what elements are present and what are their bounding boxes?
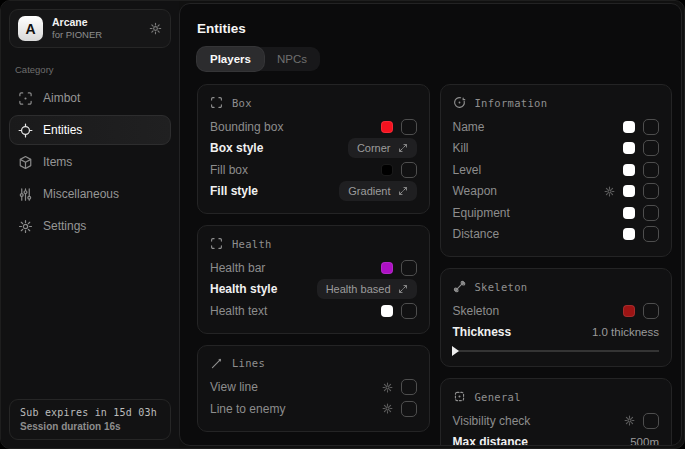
setting-row-level: Level (453, 159, 660, 181)
thickness-value: 1.0 thickness (592, 326, 659, 338)
category-label: Category (15, 64, 165, 75)
lines-card: Lines View line (197, 345, 430, 432)
setting-row-kill: Kill (453, 138, 660, 160)
setting-row-visibility-check: Visibility check (453, 410, 660, 432)
session-duration-text: Session duration 16s (20, 421, 160, 432)
thickness-slider[interactable] (453, 350, 660, 352)
sidebar-item-label: Entities (43, 123, 82, 137)
fill-style-dropdown[interactable]: Gradient (339, 181, 416, 201)
checkbox[interactable] (643, 205, 659, 221)
card-title: Information (475, 97, 548, 109)
setting-label: Weapon (453, 184, 605, 198)
tab-players[interactable]: Players (197, 47, 264, 71)
checkbox[interactable] (643, 119, 659, 135)
setting-label: Visibility check (453, 414, 625, 428)
main-panel: Entities Players NPCs Box (179, 3, 682, 446)
checkbox[interactable] (643, 140, 659, 156)
tab-bar: Players NPCs (197, 47, 320, 71)
expand-icon (398, 186, 408, 196)
card-title: Skeleton (475, 281, 528, 293)
color-swatch[interactable] (381, 262, 393, 274)
setting-row-view-line: View line (210, 377, 417, 399)
information-icon (453, 96, 466, 109)
sidebar-item-items[interactable]: Items (9, 147, 171, 177)
setting-label: Kill (453, 141, 624, 155)
checkbox[interactable] (643, 413, 659, 429)
dropdown-value: Corner (357, 142, 391, 154)
setting-label: Health text (210, 304, 381, 318)
app-title-block: Arcane for PIONER (52, 16, 102, 41)
information-card: Information Name Kill (440, 84, 673, 257)
gear-icon[interactable] (624, 415, 635, 426)
sidebar-item-entities[interactable]: Entities (9, 115, 171, 145)
sliders-icon (18, 187, 33, 202)
health-card-header: Health (210, 237, 417, 250)
setting-label: Bounding box (210, 120, 381, 134)
setting-row-equipment: Equipment (453, 202, 660, 224)
checkbox[interactable] (401, 379, 417, 395)
checkbox[interactable] (401, 260, 417, 276)
gear-icon[interactable] (382, 403, 393, 414)
app-subtitle: for PIONER (52, 29, 102, 41)
setting-label: Max distance (453, 435, 631, 446)
expand-icon (398, 143, 408, 153)
health-style-dropdown[interactable]: Health based (317, 279, 417, 299)
checkbox[interactable] (643, 162, 659, 178)
gear-icon[interactable] (382, 382, 393, 393)
checkbox[interactable] (643, 183, 659, 199)
setting-row-skeleton: Skeleton (453, 300, 660, 322)
gear-icon[interactable] (604, 186, 615, 197)
gear-icon[interactable] (149, 22, 162, 35)
checkbox[interactable] (401, 119, 417, 135)
checkbox[interactable] (643, 226, 659, 242)
setting-row-distance: Distance (453, 224, 660, 246)
color-swatch[interactable] (623, 305, 635, 317)
gear-icon (18, 219, 33, 234)
app-logo: A (18, 16, 43, 41)
entities-icon (18, 123, 33, 138)
color-swatch[interactable] (623, 121, 635, 133)
skeleton-card: Skeleton Skeleton Thickness 1.0 thicknes… (440, 268, 673, 367)
color-swatch[interactable] (623, 142, 635, 154)
setting-row-health-text: Health text (210, 300, 417, 322)
color-swatch[interactable] (381, 164, 393, 176)
sidebar-item-settings[interactable]: Settings (9, 211, 171, 241)
health-card: Health Health bar Health style Health ba… (197, 225, 430, 334)
general-card: General Visibility check (440, 378, 673, 446)
color-swatch[interactable] (623, 164, 635, 176)
color-swatch[interactable] (623, 207, 635, 219)
checkbox[interactable] (401, 303, 417, 319)
color-swatch[interactable] (381, 121, 393, 133)
setting-row-fill-style: Fill style Gradient (210, 181, 417, 203)
setting-row-box-style: Box style Corner (210, 138, 417, 160)
box-card-header: Box (210, 96, 417, 109)
color-swatch[interactable] (623, 185, 635, 197)
bone-icon (453, 280, 466, 293)
checkbox[interactable] (643, 303, 659, 319)
sidebar-item-label: Items (43, 155, 72, 169)
checkbox[interactable] (401, 401, 417, 417)
slider-handle[interactable] (452, 346, 459, 356)
setting-row-bounding-box: Bounding box (210, 116, 417, 138)
checkbox[interactable] (401, 162, 417, 178)
setting-label: Level (453, 163, 624, 177)
setting-label: Health style (210, 282, 317, 296)
card-title: Box (232, 97, 252, 109)
skeleton-card-header: Skeleton (453, 280, 660, 293)
color-swatch[interactable] (381, 305, 393, 317)
color-swatch[interactable] (623, 228, 635, 240)
box-style-dropdown[interactable]: Corner (348, 138, 417, 158)
sidebar-item-aimbot[interactable]: Aimbot (9, 83, 171, 113)
sidebar-item-label: Aimbot (43, 91, 80, 105)
diagonal-line-icon (210, 357, 223, 370)
sidebar-nav: Aimbot Entities Items (9, 83, 171, 241)
box-card: Box Bounding box Box style Corner (197, 84, 430, 214)
sidebar: A Arcane for PIONER Category (1, 1, 179, 448)
sidebar-item-miscellaneous[interactable]: Miscellaneous (9, 179, 171, 209)
tab-npcs[interactable]: NPCs (264, 47, 320, 71)
setting-label: Line to enemy (210, 402, 382, 416)
sidebar-item-label: Settings (43, 219, 86, 233)
setting-label: Name (453, 120, 624, 134)
setting-label: Fill box (210, 163, 381, 177)
scan-brackets-icon (210, 96, 223, 109)
